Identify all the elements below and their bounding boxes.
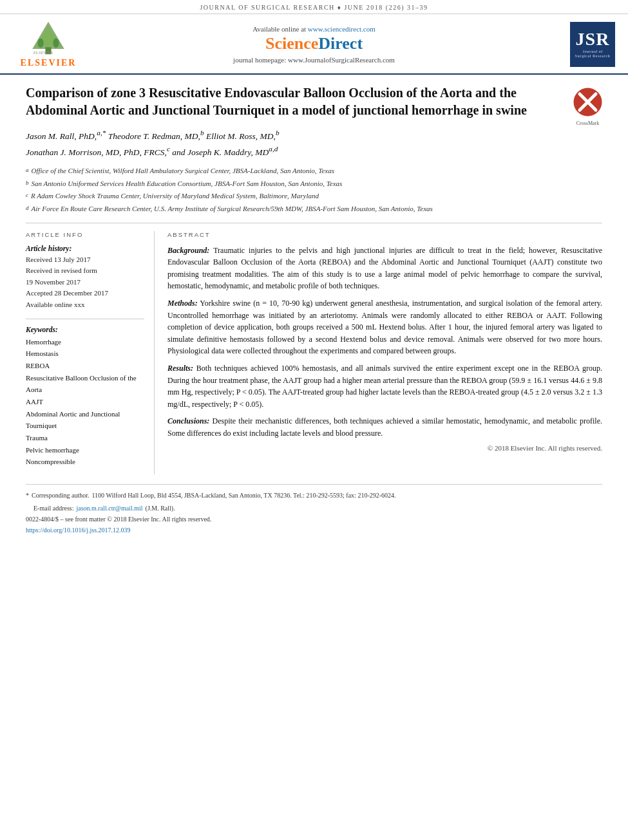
jsr-logo: JSR Journal ofSurgical Research — [544, 22, 615, 67]
title-section: Comparison of zone 3 Resuscitative Endov… — [26, 84, 602, 119]
copyright-line: 0022-4804/$ – see front matter © 2018 El… — [26, 514, 602, 525]
affil-text-b: San Antonio Uniformed Services Health Ed… — [32, 178, 343, 190]
keyword-3: REBOA — [26, 360, 144, 372]
article-history: Article history: Received 13 July 2017 R… — [26, 245, 144, 311]
history-label: Article history: — [26, 245, 144, 252]
keywords-label: Keywords: — [26, 326, 144, 333]
crossmark-label: CrossMark — [573, 120, 602, 126]
divider-1 — [26, 319, 144, 319]
abstract-results: Results: Both techniques achieved 100% h… — [167, 362, 602, 410]
keyword-5: AAJT — [26, 396, 144, 408]
author1-name: Jason M. Rall, PhD, — [26, 131, 97, 141]
two-col-section: ARTICLE INFO Article history: Received 1… — [26, 223, 602, 475]
footnote-star: * — [26, 490, 29, 501]
methods-label: Methods: — [167, 299, 198, 308]
author3-name: Elliot M. Ross, MD, — [204, 131, 276, 141]
main-content: Comparison of zone 3 Resuscitative Endov… — [0, 75, 628, 548]
corresponding-label: Corresponding author. — [32, 490, 89, 501]
author4-name: Jonathan J. Morrison, MD, PhD, FRCS, — [26, 147, 167, 157]
keyword-7: Trauma — [26, 432, 144, 444]
author5-name: Joseph K. Maddry, MD — [187, 147, 269, 157]
background-label: Background: — [167, 246, 209, 255]
conclusions-text: Despite their mechanistic differences, b… — [167, 416, 602, 438]
svg-point-3 — [38, 39, 44, 48]
elsevier-text: ELSEVIER — [21, 58, 77, 68]
background-text: Traumatic injuries to the pelvis and hig… — [167, 246, 602, 291]
authors-and: and — [170, 147, 187, 157]
abstract-copyright: © 2018 Elsevier Inc. All rights reserved… — [167, 444, 602, 452]
journal-homepage: journal homepage: www.JournalofSurgicalR… — [90, 56, 538, 64]
author5-sup: a,d — [269, 145, 278, 153]
footer-section: * Corresponding author. 1100 Wilford Hal… — [26, 484, 602, 536]
affil-sup-c: c — [26, 191, 28, 202]
abstract-conclusions: Conclusions: Despite their mechanistic d… — [167, 415, 602, 439]
available-online: Available online at www.sciencedirect.co… — [90, 25, 538, 33]
corresponding-author: * Corresponding author. 1100 Wilford Hal… — [26, 490, 602, 501]
affil-row-a: a Office of the Chief Scientist, Wilford… — [26, 165, 602, 177]
abstract-background: Background: Traumatic injuries to the pe… — [167, 245, 602, 292]
author3-sup: b — [276, 129, 280, 136]
abstract-col: ABSTRACT Background: Traumatic injuries … — [167, 231, 602, 475]
affiliations: a Office of the Chief Scientist, Wilford… — [26, 165, 602, 214]
keyword-8: Pelvic hemorrhage — [26, 444, 144, 456]
email-line: E-mail address: jason.m.rall.ctr@mail.mi… — [26, 503, 602, 514]
affil-row-d: d Air Force En Route Care Research Cente… — [26, 203, 602, 215]
journal-banner-text: JOURNAL OF SURGICAL RESEARCH ♦ JUNE 2018… — [200, 4, 428, 11]
jsr-box: JSR Journal ofSurgical Research — [570, 22, 615, 67]
sciencedirect-url[interactable]: www.sciencedirect.com — [308, 25, 376, 33]
authors: Jason M. Rall, PhD,a,* Theodore T. Redma… — [26, 127, 602, 159]
email-person: (J.M. Rall). — [146, 503, 175, 514]
keyword-1: Hemorrhage — [26, 336, 144, 348]
email-indent — [26, 503, 31, 514]
article-title: Comparison of zone 3 Resuscitative Endov… — [26, 84, 573, 119]
history-revised-date: 19 November 2017 — [26, 277, 144, 288]
affil-text-a: Office of the Chief Scientist, Wilford H… — [32, 165, 334, 177]
history-received: Received 13 July 2017 — [26, 254, 144, 266]
crossmark-badge[interactable]: CrossMark — [573, 88, 602, 117]
keywords-section: Keywords: Hemorrhage Hemostasis REBOA Re… — [26, 326, 144, 469]
corresponding-address: 1100 Wilford Hall Loop, Bld 4554, JBSA-L… — [91, 490, 395, 501]
header-center: Available online at www.sciencedirect.co… — [84, 25, 544, 64]
article-info-col: ARTICLE INFO Article history: Received 1… — [26, 231, 155, 475]
elsevier-tree-icon: ELSEVIER — [26, 21, 71, 56]
svg-text:ELSEVIER: ELSEVIER — [33, 50, 53, 55]
history-accepted: Accepted 28 December 2017 — [26, 288, 144, 299]
doi-link[interactable]: https://doi.org/10.1016/j.jss.2017.12.03… — [26, 527, 131, 534]
author2-name: Theodore T. Redman, MD, — [106, 131, 200, 141]
abstract-section-title: ABSTRACT — [167, 231, 602, 238]
methods-text: Yorkshire swine (n = 10, 70-90 kg) under… — [167, 299, 602, 355]
keyword-4: Resuscitative Balloon Occlusion of the A… — [26, 372, 144, 396]
results-text: Both techniques achieved 100% hemostasis… — [167, 364, 602, 409]
affil-row-b: b San Antonio Uniformed Services Health … — [26, 178, 602, 190]
sciencedirect-logo: ScienceDirect — [90, 34, 538, 53]
article-info-section-title: ARTICLE INFO — [26, 231, 144, 238]
affil-text-d: Air Force En Route Care Research Center,… — [32, 203, 433, 215]
author1-sup: a,* — [97, 129, 106, 136]
conclusions-label: Conclusions: — [167, 416, 209, 425]
jsr-subtitle: Journal ofSurgical Research — [575, 50, 611, 59]
keyword-6: Abdominal Aortic and Junctional Tourniqu… — [26, 408, 144, 432]
affil-text-c: R Adam Cowley Shock Trauma Center, Unive… — [31, 191, 319, 202]
email-link[interactable]: jason.m.rall.ctr@mail.mil — [76, 503, 142, 514]
results-label: Results: — [167, 364, 193, 373]
affil-sup-a: a — [26, 165, 29, 177]
keyword-2: Hemostasis — [26, 348, 144, 360]
journal-banner: JOURNAL OF SURGICAL RESEARCH ♦ JUNE 2018… — [0, 0, 628, 14]
history-online: Available online xxx — [26, 299, 144, 311]
email-label: E-mail address: — [33, 503, 73, 514]
affil-sup-b: b — [26, 178, 29, 190]
elsevier-logo: ELSEVIER ELSEVIER — [13, 21, 84, 68]
header-area: ELSEVIER ELSEVIER Available online at ww… — [0, 14, 628, 75]
history-revised-label: Received in revised form — [26, 265, 144, 277]
abstract-methods: Methods: Yorkshire swine (n = 10, 70-90 … — [167, 297, 602, 357]
keyword-9: Noncompressible — [26, 456, 144, 468]
affil-row-c: c R Adam Cowley Shock Trauma Center, Uni… — [26, 191, 602, 202]
svg-point-4 — [53, 39, 59, 48]
affil-sup-d: d — [26, 203, 29, 215]
